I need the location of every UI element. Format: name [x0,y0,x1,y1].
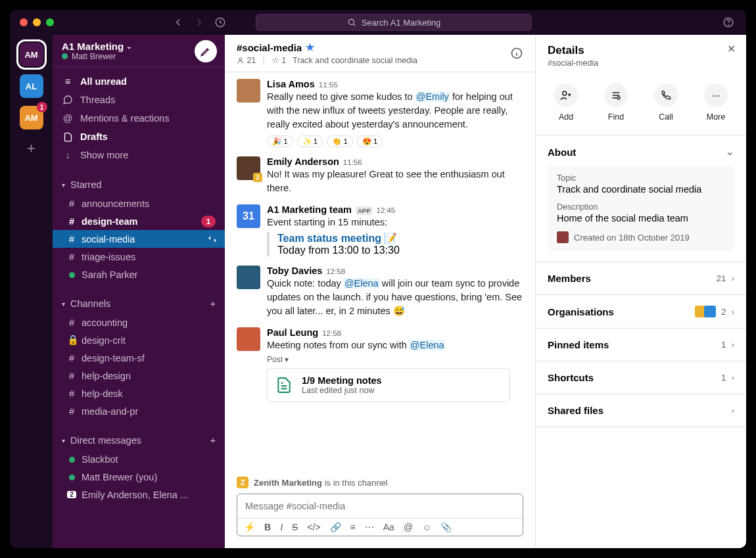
channel-topic: Track and coordinate social media [293,56,417,65]
details-subtitle: #social-media [548,58,598,68]
add-icon[interactable]: + [210,298,216,309]
mention[interactable]: @Elena [410,340,445,350]
sidebar-item-triage-issues[interactable]: #triage-issues [53,248,225,266]
details-members-row[interactable]: Members21› [536,262,746,295]
history-icon[interactable] [214,16,226,28]
window-zoom[interactable] [46,18,54,26]
code-icon[interactable]: </> [307,522,320,532]
strike-icon[interactable]: S [292,522,298,532]
sidebar-item-help-desk[interactable]: #help-desk [53,384,225,402]
close-icon[interactable]: ✕ [727,43,736,55]
topic-value[interactable]: Track and coordinate social media [557,184,725,195]
mention-icon[interactable]: @ [404,522,413,532]
member-count[interactable]: 21 [237,56,256,65]
sidebar-item-design-team[interactable]: #design-team1 [53,212,225,230]
nav-threads[interactable]: Threads [53,91,225,109]
nav-show-more[interactable]: ↓Show more [53,146,225,164]
message-author[interactable]: Emily Anderson [267,156,339,167]
lock-icon: 🔒 [67,335,76,346]
shared-channel-note: Z Zenith Marketing is in this channel [237,477,523,488]
sidebar-item-sarah-parker[interactable]: Sarah Parker [53,266,225,283]
chevron-down-icon[interactable]: ⌄ [726,146,734,158]
nav-mentions[interactable]: @Mentions & reactions [53,109,225,128]
sidebar-item-slackbot[interactable]: Slackbot [53,450,225,468]
sidebar-item-social-media[interactable]: #social-media [53,230,225,248]
post-label[interactable]: Post ▾ [267,355,523,364]
message-input[interactable] [237,494,523,518]
svg-point-4 [239,58,242,60]
chevron-down-icon: ⌄ [126,43,131,50]
message: ZEmily Anderson11:56No! It was my pleasu… [237,156,523,195]
sidebar-item-media-and-pr[interactable]: #media-and-pr [53,402,225,420]
sidebar-item-design-crit[interactable]: 🔒design-crit [53,331,225,349]
workspace-am[interactable]: AM1 [20,106,43,129]
section-channels[interactable]: ▾Channels+ [53,294,225,314]
message-author[interactable]: A1 Marketing team [267,204,352,215]
app-badge: APP [356,206,373,215]
reaction[interactable]: 😍 1 [357,135,383,147]
emoji-icon[interactable]: ☺ [422,522,431,532]
message-author[interactable]: Paul Leung [267,327,318,338]
sidebar-item-emily-anderson-elena-[interactable]: 2Emily Anderson, Elena ... [53,486,225,503]
sidebar-item-help-design[interactable]: #help-design [53,367,225,384]
details-orgs-row[interactable]: Organisations2› [536,295,746,329]
details-find-button[interactable]: Find [604,83,628,122]
avatar[interactable] [237,327,260,351]
window-close[interactable] [20,18,28,26]
details-add-button[interactable]: Add [554,83,578,122]
italic-icon[interactable]: I [280,522,283,532]
search-input[interactable]: Search A1 Marketing [256,14,532,31]
message-author[interactable]: Lisa Amos [267,79,315,89]
info-icon[interactable] [510,47,523,60]
reaction[interactable]: ✨ 1 [297,135,323,147]
sidebar-item-accounting[interactable]: #accounting [53,314,225,331]
details-pinned-row[interactable]: Pinned items1› [536,329,746,361]
more-format-icon[interactable]: ⋯ [365,522,374,532]
workspace-al[interactable]: AL [20,74,43,98]
section-direct-messages[interactable]: ▾Direct messages+ [53,430,225,450]
message: 31A1 Marketing teamAPP12:45Event startin… [237,204,523,256]
details-call-button[interactable]: Call [654,83,678,122]
details-files-row[interactable]: Shared files› [536,394,746,427]
reaction[interactable]: 👏 1 [327,135,353,147]
list-icon[interactable]: ≡ [350,522,356,532]
avatar[interactable]: 31 [237,204,260,228]
lightning-icon[interactable]: ⚡ [244,522,255,532]
message-author[interactable]: Toby Davies [267,266,322,276]
compose-button[interactable] [195,40,217,62]
avatar[interactable]: Z [237,156,260,180]
reaction[interactable]: 🎉 1 [267,135,293,147]
avatar[interactable] [237,266,260,289]
link-icon[interactable]: 🔗 [330,522,341,532]
add-workspace-button[interactable]: + [27,140,35,157]
description-value[interactable]: Home of the social media team [557,213,725,223]
forward-icon[interactable] [193,16,205,28]
workspace-am[interactable]: AM [20,43,43,66]
message-composer[interactable]: ⚡ B I S </> 🔗 ≡ ⋯ Aa @ ☺ 📎 [237,494,523,536]
add-icon[interactable]: + [210,435,216,446]
pin-count[interactable]: ☆ 1 [272,55,286,65]
bold-icon[interactable]: B [264,522,271,532]
workspace-name[interactable]: A1 Marketing ⌄ [62,41,131,52]
mention[interactable]: @Emily [415,91,450,102]
help-icon[interactable] [722,16,734,28]
nav-all-unread[interactable]: ≡All unread [53,72,225,91]
sidebar-item-matt-brewer-you-[interactable]: Matt Brewer (you) [53,468,225,486]
mention[interactable]: @Elena [344,278,379,289]
avatar[interactable] [237,79,260,103]
attach-icon[interactable]: 📎 [440,522,452,532]
event-title[interactable]: Team status meeting 📝 [277,232,523,244]
post-card[interactable]: 1/9 Meeting notesLast edited just now [267,368,510,402]
section-starred[interactable]: ▾Starred [53,175,225,195]
channel-title[interactable]: #social-media ★ [237,41,417,53]
star-icon[interactable]: ★ [306,41,314,53]
nav-drafts[interactable]: Drafts [53,128,225,146]
sidebar-item-announcements[interactable]: #announcements [53,195,225,212]
details-shortcuts-row[interactable]: Shortcuts1› [536,361,746,394]
font-icon[interactable]: Aa [383,522,394,532]
sidebar-item-design-team-sf[interactable]: #design-team-sf [53,349,225,367]
about-heading: About [548,147,576,158]
window-minimize[interactable] [33,18,41,26]
details-more-button[interactable]: ⋯More [704,83,728,122]
back-icon[interactable] [172,16,184,28]
